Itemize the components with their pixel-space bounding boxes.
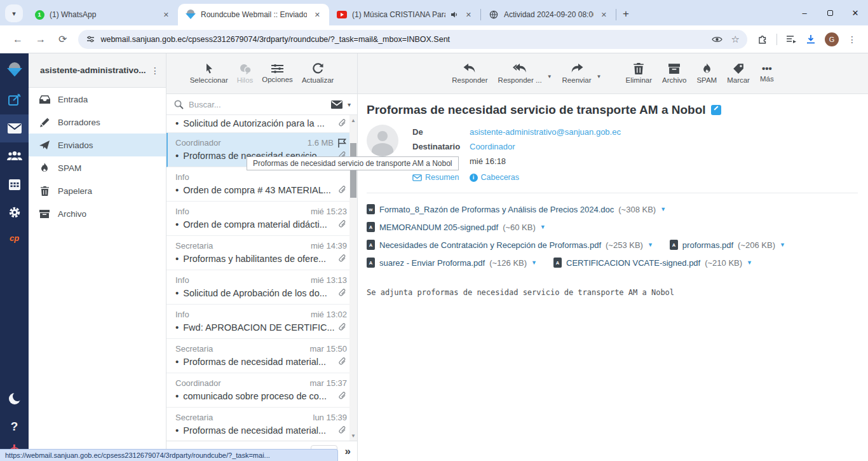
settings-nav-button[interactable] (0, 198, 29, 226)
tag-icon (733, 63, 744, 74)
cpanel-icon[interactable]: cp (0, 226, 29, 249)
roundcube-logo[interactable] (0, 53, 29, 86)
scroll-down-icon[interactable]: ▼ (349, 432, 357, 439)
attachment-menu-icon[interactable]: ▼ (780, 242, 785, 248)
reply-all-button[interactable]: Responder ... (498, 63, 542, 84)
scrollbar-thumb[interactable] (350, 143, 356, 198)
url-text[interactable]: webmail.sanjuan.gob.ec/cpsess2312679074/… (100, 35, 706, 44)
message-row[interactable]: Secretaria mar 15:50 • Proformas de nece… (166, 339, 349, 373)
forward-button[interactable]: Reenviar (562, 63, 592, 84)
forward-dropdown-icon[interactable]: ▼ (597, 74, 602, 79)
expand-list-icon[interactable]: » (345, 445, 351, 458)
extensions-icon[interactable] (757, 34, 768, 45)
more-button[interactable]: ••• Más (760, 64, 774, 83)
to-address-link[interactable]: Coordinador (470, 142, 515, 151)
attachment-link[interactable]: w Formato_8_Razón de Proformas y Análisi… (367, 204, 666, 214)
search-input[interactable] (189, 100, 326, 109)
date-value: mié 16:18 (470, 156, 506, 166)
flag-icon[interactable] (337, 138, 347, 148)
site-settings-icon[interactable] (86, 34, 95, 44)
reply-button[interactable]: Responder (452, 63, 487, 84)
profile-avatar[interactable]: G (825, 32, 839, 46)
more-dots-icon: ••• (762, 64, 772, 73)
folder-entrada[interactable]: Entrada (29, 88, 166, 111)
search-options-chevron-icon[interactable]: ▾ (348, 101, 351, 108)
message-row[interactable]: Secretaria lun 15:39 • Proformas de nece… (166, 408, 349, 441)
delete-button[interactable]: Eliminar (626, 63, 653, 84)
tab-whatsapp[interactable]: 1 (1) WhatsApp ✕ (27, 4, 178, 25)
attachment-link[interactable]: A suarez - Enviar Proforma.pdf (~126 KB)… (367, 258, 537, 268)
folder-menu-icon[interactable]: ⋮ (151, 65, 159, 76)
folder-enviados[interactable]: Enviados (29, 134, 166, 156)
close-icon[interactable]: ✕ (312, 10, 323, 20)
folder-borradores[interactable]: Borradores (29, 111, 166, 134)
folder-spam[interactable]: SPAM (29, 156, 166, 179)
folder-papelera[interactable]: Papelera (29, 179, 166, 202)
download-icon[interactable] (806, 34, 816, 45)
tab-youtube[interactable]: (1) Música CRISTIANA Para ✕ (329, 4, 480, 25)
browser-menu-icon[interactable]: ⋮ (848, 34, 857, 45)
attachment-menu-icon[interactable]: ▼ (648, 242, 653, 248)
minimize-button[interactable]: – (792, 8, 817, 18)
calendar-nav-button[interactable] (0, 170, 29, 198)
roundcube-icon (186, 10, 196, 20)
message-row[interactable]: Info • Orden de compra # 43 MATERIAL... (166, 167, 349, 202)
flame-icon (702, 63, 712, 74)
message-row[interactable]: Coordinador mar 15:37 • comunicado sobre… (166, 373, 349, 408)
message-row[interactable]: Info mié 15:23 • Orden de compra materia… (166, 202, 349, 236)
edit-subject-icon[interactable] (711, 105, 721, 115)
archive-button[interactable]: Archivo (662, 63, 686, 84)
message-row[interactable]: Info mié 13:13 • Solicitud de Aprobación… (166, 270, 349, 305)
compose-button[interactable] (0, 86, 29, 114)
back-button[interactable]: ← (6, 34, 29, 45)
summary-link[interactable]: Resumen (412, 173, 459, 182)
attachment-menu-icon[interactable]: ▼ (660, 206, 666, 212)
tab-roundcube[interactable]: Roundcube Webmail :: Enviado: ✕ (178, 4, 329, 25)
attachment-link[interactable]: A MEMORANDUM 205-signed.pdf (~60 KB) ▼ (367, 222, 546, 232)
attachment-menu-icon[interactable]: ▼ (531, 259, 537, 266)
mark-button[interactable]: Marcar (727, 63, 750, 84)
audio-speaker-icon[interactable] (451, 11, 458, 18)
message-subject: comunicado sobre proceso de co... (183, 391, 334, 401)
tab-actividad[interactable]: Actividad 2024-09-20 08:00:00 ✕ (481, 4, 616, 25)
refresh-button[interactable]: Actualizar (302, 63, 334, 84)
attachment-link[interactable]: A Necesidades de Contratación y Recepció… (367, 240, 653, 250)
from-address-link[interactable]: asistente-administrativo@sanjuan.gob.ec (470, 127, 621, 137)
scroll-up-icon[interactable]: ▲ (349, 116, 357, 124)
spam-button[interactable]: SPAM (696, 63, 717, 84)
attachment-link[interactable]: A proformas.pdf (~206 KB) ▼ (670, 240, 785, 250)
options-icon (271, 64, 283, 74)
attachment-menu-icon[interactable]: ▼ (747, 259, 752, 266)
close-window-button[interactable]: ✕ (843, 8, 868, 18)
threads-button[interactable]: Hilos (237, 64, 254, 84)
dark-mode-icon[interactable] (0, 385, 29, 413)
message-row[interactable]: • Solicitud de Autorización para la ... (166, 115, 349, 133)
tab-search-button[interactable]: ▾ (5, 4, 23, 22)
close-icon[interactable]: ✕ (599, 10, 609, 20)
paperclip-icon (339, 119, 347, 128)
new-tab-button[interactable]: + (616, 8, 635, 20)
eye-icon[interactable] (712, 36, 722, 43)
close-icon[interactable]: ✕ (463, 10, 474, 20)
address-bar[interactable]: webmail.sanjuan.gob.ec/cpsess2312679074/… (78, 30, 747, 49)
forward-button[interactable]: → (29, 34, 52, 45)
attachment-menu-icon[interactable]: ▼ (540, 224, 546, 230)
close-icon[interactable]: ✕ (161, 10, 172, 20)
search-scope-envelope-icon[interactable] (331, 100, 342, 109)
attachment-link[interactable]: A CERTIFICACION VCATE-signed.pdf (~210 K… (553, 258, 752, 268)
bookmark-star-icon[interactable]: ☆ (731, 34, 740, 45)
contacts-nav-button[interactable] (0, 142, 29, 170)
headers-link[interactable]: i Cabeceras (470, 173, 519, 182)
reload-button[interactable]: ⟳ (52, 33, 73, 45)
message-row[interactable]: Secretaria mié 14:39 • Proformas y habil… (166, 236, 349, 270)
account-name: asistente-administrativo... (40, 65, 151, 75)
message-row[interactable]: Info mié 13:02 • Fwd: APROBACION DE CERT… (166, 305, 349, 339)
reply-all-dropdown-icon[interactable]: ▼ (547, 74, 552, 79)
options-button[interactable]: Opciones (262, 64, 293, 83)
help-icon[interactable]: ? (0, 413, 29, 441)
folder-archivo[interactable]: Archivo (29, 202, 166, 225)
mail-nav-button[interactable] (0, 114, 29, 142)
maximize-button[interactable] (817, 8, 843, 18)
select-button[interactable]: Seleccionar (190, 63, 228, 84)
reading-list-icon[interactable] (786, 35, 797, 44)
